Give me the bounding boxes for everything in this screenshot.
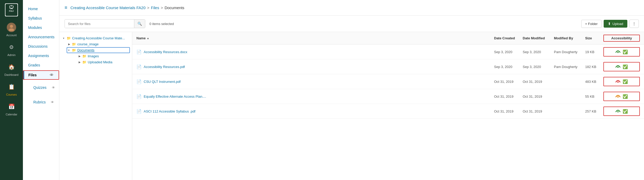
- nav-discussions[interactable]: Discussions: [23, 42, 59, 51]
- toolbar-actions: + Folder ⬆ Upload ⋮: [581, 20, 639, 28]
- nav-grades[interactable]: Grades: [23, 60, 59, 70]
- nav-home[interactable]: Home: [23, 4, 59, 14]
- accessibility-check-icon: ✅: [623, 109, 628, 114]
- sidebar-item-admin[interactable]: ⚙ Admin: [0, 39, 23, 59]
- tree-images-arrow: ▶: [79, 55, 82, 58]
- tree-course-image[interactable]: ▶ 📁 course_image: [67, 41, 130, 47]
- nav-rubrics-label[interactable]: Rubrics: [28, 97, 51, 107]
- breadcrumb-course[interactable]: Creating Accessible Course Materials FA2…: [71, 5, 146, 10]
- svg-point-3: [10, 25, 13, 28]
- tree-root-label[interactable]: Creating Accessible Course Mate...: [72, 36, 125, 40]
- tree-course-image-label[interactable]: course_image: [77, 42, 99, 46]
- date-created-cell: Sep 3, 2020: [494, 65, 523, 69]
- accessibility-gauge-icon: [615, 78, 621, 85]
- accessibility-cell: ✅: [603, 47, 640, 57]
- file-link[interactable]: CSU QLT Instrument.pdf: [144, 80, 181, 84]
- nav-announcements[interactable]: Announcements: [23, 32, 59, 42]
- tree-uploaded-media-icon: 📁: [82, 60, 86, 64]
- nav-syllabus[interactable]: Syllabus: [23, 14, 59, 23]
- col-header-date-modified[interactable]: Date Modified: [523, 36, 554, 40]
- modified-by-cell: Pam Dougherty: [554, 65, 585, 69]
- tree-images-icon: 📁: [82, 54, 86, 58]
- nav-files[interactable]: Files 👁: [23, 71, 59, 79]
- size-cell: 19 KB: [585, 50, 603, 54]
- search-box[interactable]: 🔍: [65, 19, 145, 28]
- nav-rubrics[interactable]: Rubrics 👁: [23, 95, 59, 109]
- accessibility-gauge-icon: [615, 49, 621, 55]
- dashboard-icon: 🏠: [6, 62, 17, 72]
- nav-quizzes[interactable]: Quizzes 👁: [23, 80, 59, 95]
- sidebar-item-account-label: Account: [6, 34, 17, 37]
- file-list: Name ▲ Date Created Date Modified Modifi…: [132, 32, 644, 180]
- toolbar: 🔍 0 items selected + Folder ⬆ Upload ⋮: [59, 16, 644, 32]
- accessibility-check-icon: ✅: [623, 94, 628, 99]
- tree-root[interactable]: ▾ 📁 Creating Accessible Course Mate...: [61, 35, 130, 41]
- col-header-name[interactable]: Name ▲: [136, 36, 494, 40]
- hamburger-icon[interactable]: ≡: [65, 5, 67, 10]
- sidebar-item-account[interactable]: Account: [0, 20, 23, 39]
- tree-documents[interactable]: ▾ 📁 Documents: [67, 47, 130, 53]
- accessibility-cell: ✅: [603, 92, 640, 101]
- upload-button[interactable]: ⬆ Upload: [604, 20, 627, 28]
- col-header-size[interactable]: Size: [585, 36, 603, 40]
- table-row: 📄 CSU QLT Instrument.pdf Oct 31, 2019 Oc…: [132, 74, 644, 89]
- search-input[interactable]: [65, 20, 134, 28]
- tree-uploaded-media[interactable]: ▶ 📁 Uploaded Media: [77, 59, 130, 65]
- date-modified-cell: Oct 31, 2019: [523, 80, 554, 84]
- date-modified-cell: Oct 31, 2019: [523, 95, 554, 98]
- svg-point-9: [617, 111, 619, 113]
- sidebar-item-courses[interactable]: 📋 Courses: [0, 79, 23, 99]
- upload-icon: ⬆: [608, 22, 611, 26]
- accessibility-gauge-icon: [615, 108, 621, 114]
- tree-uploaded-media-arrow: ▶: [79, 61, 82, 64]
- main-content: ≡ Creating Accessible Course Materials F…: [59, 0, 644, 180]
- doc-icon: 📄: [136, 94, 142, 99]
- sidebar-item-admin-label: Admin: [7, 53, 15, 57]
- col-header-date-created[interactable]: Date Created: [494, 36, 523, 40]
- accessibility-check-icon: ✅: [623, 64, 628, 69]
- sidebar-item-calendar-label: Calendar: [6, 113, 17, 116]
- date-created-cell: Oct 31, 2019: [494, 95, 523, 98]
- sort-arrow-icon: ▲: [147, 37, 149, 40]
- tree-images-label[interactable]: Images: [88, 54, 99, 58]
- search-button[interactable]: 🔍: [134, 20, 145, 28]
- nav-assignments[interactable]: Assignments: [23, 51, 59, 60]
- nav-files-label: Files: [28, 73, 37, 77]
- file-link[interactable]: ASCI 112 Accessible Syllabus .pdf: [144, 109, 195, 113]
- pdf-icon: 📄: [136, 109, 142, 114]
- accessibility-cell: ✅: [603, 107, 640, 116]
- sidebar: CAL POLY Account ⚙ Admin 🏠 Dashboard 📋 C…: [0, 0, 23, 180]
- sidebar-item-calendar[interactable]: 📅 Calendar: [0, 99, 23, 119]
- file-list-header: Name ▲ Date Created Date Modified Modifi…: [132, 32, 644, 45]
- tree-images[interactable]: ▶ 📁 Images: [77, 53, 130, 59]
- modified-by-cell: Pam Dougherty: [554, 50, 585, 54]
- file-link[interactable]: Accessibility Resources.docx: [144, 50, 187, 54]
- accessibility-check-icon: ✅: [623, 79, 628, 84]
- sidebar-item-dashboard[interactable]: 🏠 Dashboard: [0, 59, 23, 79]
- tree-course-image-arrow: ▶: [68, 43, 72, 46]
- admin-icon: ⚙: [6, 42, 17, 52]
- tree-documents-label[interactable]: Documents: [77, 48, 94, 52]
- table-row: 📄 ASCI 112 Accessible Syllabus .pdf Oct …: [132, 104, 644, 119]
- tree-uploaded-media-label[interactable]: Uploaded Media: [88, 60, 112, 64]
- file-link[interactable]: Accessibility Resources.pdf: [144, 65, 185, 69]
- nav-modules[interactable]: Modules: [23, 23, 59, 32]
- eye-icon: 👁: [50, 73, 53, 77]
- accessibility-cell: ✅: [603, 62, 640, 71]
- tree-documents-icon: 📁: [72, 48, 76, 52]
- col-header-modified-by[interactable]: Modified By: [554, 36, 585, 40]
- file-link[interactable]: Equally Effective Alternate Access Plan.…: [144, 95, 206, 98]
- size-cell: 483 KB: [585, 80, 603, 84]
- courses-icon: 📋: [6, 82, 17, 92]
- nav-quizzes-label[interactable]: Quizzes: [28, 83, 52, 92]
- add-folder-button[interactable]: + Folder: [581, 20, 602, 28]
- table-row: 📄 Accessibility Resources.docx Sep 3, 20…: [132, 45, 644, 59]
- file-browser: ▾ 📁 Creating Accessible Course Mate... ▶…: [59, 32, 644, 180]
- tree-documents-arrow: ▾: [68, 49, 72, 52]
- accessibility-gauge-icon: [615, 64, 621, 70]
- eye-icon-rubrics: 👁: [51, 100, 54, 104]
- more-options-button[interactable]: ⋮: [629, 20, 639, 28]
- date-created-cell: Oct 31, 2019: [494, 109, 523, 113]
- logo-area: CAL POLY: [0, 0, 23, 20]
- breadcrumb-files[interactable]: Files: [151, 5, 159, 10]
